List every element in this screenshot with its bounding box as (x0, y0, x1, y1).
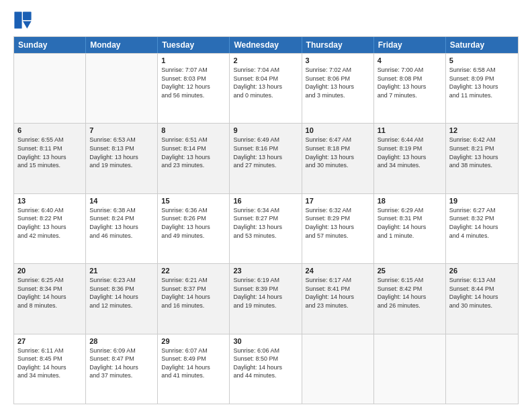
day-number: 21 (89, 267, 154, 275)
info-line: Sunset: 8:19 PM (378, 144, 442, 153)
info-line: Daylight: 13 hours (449, 83, 515, 91)
info-line: Sunset: 8:47 PM (89, 355, 154, 363)
info-line: Sunset: 8:18 PM (306, 144, 370, 153)
info-line: and 4 minutes. (449, 232, 515, 240)
info-line: Sunset: 8:36 PM (89, 285, 154, 293)
day-number: 4 (378, 56, 442, 64)
info-line: Sunset: 8:50 PM (233, 355, 298, 363)
info-line: and 19 minutes. (89, 161, 154, 170)
info-line: and 1 minute. (378, 232, 442, 240)
info-line: Daylight: 13 hours (17, 223, 82, 232)
info-line: and 19 minutes. (233, 302, 298, 310)
info-line: Sunrise: 6:25 AM (17, 276, 82, 285)
info-line: and 34 minutes. (378, 161, 442, 170)
day-number: 6 (17, 126, 82, 134)
logo-icon (13, 11, 32, 30)
cal-cell-4-0: 27Sunrise: 6:11 AMSunset: 8:45 PMDayligh… (14, 334, 86, 404)
header (13, 11, 519, 30)
info-line: Daylight: 14 hours (89, 293, 154, 302)
info-line: Daylight: 13 hours (306, 83, 370, 91)
info-line: Daylight: 14 hours (449, 223, 515, 232)
cal-header-thursday: Thursday (302, 37, 374, 53)
info-line: Daylight: 14 hours (233, 363, 298, 372)
day-number: 13 (17, 197, 82, 205)
cal-header-friday: Friday (374, 37, 446, 53)
cal-cell-3-6: 26Sunrise: 6:13 AMSunset: 8:44 PMDayligh… (446, 264, 518, 333)
info-line: Daylight: 13 hours (89, 153, 154, 162)
day-number: 14 (89, 197, 154, 205)
info-line: and 12 minutes. (89, 302, 154, 310)
info-line: and 3 minutes. (306, 91, 370, 100)
info-line: Sunrise: 6:32 AM (306, 206, 370, 215)
info-line: and 44 minutes. (233, 371, 298, 380)
info-line: Sunset: 8:09 PM (449, 75, 515, 83)
cal-cell-1-5: 11Sunrise: 6:44 AMSunset: 8:19 PMDayligh… (374, 124, 446, 193)
info-line: Daylight: 14 hours (17, 293, 82, 302)
info-line: and 38 minutes. (449, 161, 515, 170)
info-line: Sunset: 8:14 PM (161, 144, 226, 153)
info-line: Daylight: 13 hours (378, 83, 442, 91)
cal-header-tuesday: Tuesday (158, 37, 230, 53)
info-line: Sunset: 8:22 PM (17, 214, 82, 223)
info-line: Sunset: 8:42 PM (378, 285, 442, 293)
svg-rect-1 (23, 11, 32, 20)
svg-rect-0 (14, 11, 21, 28)
info-line: Sunset: 8:04 PM (233, 75, 298, 83)
day-number: 8 (161, 126, 226, 134)
info-line: Daylight: 13 hours (161, 153, 226, 162)
info-line: Sunrise: 6:17 AM (306, 276, 370, 285)
info-line: and 41 minutes. (161, 371, 226, 380)
info-line: and 42 minutes. (17, 232, 82, 240)
cal-cell-4-3: 30Sunrise: 6:06 AMSunset: 8:50 PMDayligh… (230, 334, 302, 404)
svg-marker-2 (23, 21, 32, 28)
info-line: Daylight: 14 hours (161, 363, 226, 372)
info-line: and 7 minutes. (378, 91, 442, 100)
info-line: Sunrise: 6:19 AM (233, 276, 298, 285)
info-line: Sunrise: 7:00 AM (378, 66, 442, 75)
cal-cell-1-0: 6Sunrise: 6:55 AMSunset: 8:11 PMDaylight… (14, 124, 86, 193)
info-line: Sunrise: 6:58 AM (449, 66, 515, 75)
cal-week-3: 20Sunrise: 6:25 AMSunset: 8:34 PMDayligh… (14, 263, 518, 333)
cal-cell-0-4: 3Sunrise: 7:02 AMSunset: 8:06 PMDaylight… (302, 54, 374, 123)
cal-cell-2-3: 16Sunrise: 6:34 AMSunset: 8:27 PMDayligh… (230, 194, 302, 263)
info-line: Sunset: 8:16 PM (233, 144, 298, 153)
day-number: 12 (449, 126, 515, 134)
cal-week-2: 13Sunrise: 6:40 AMSunset: 8:22 PMDayligh… (14, 193, 518, 263)
info-line: Sunrise: 6:11 AM (17, 347, 82, 355)
info-line: Daylight: 13 hours (233, 223, 298, 232)
day-number: 11 (378, 126, 442, 134)
cal-cell-3-5: 25Sunrise: 6:15 AMSunset: 8:42 PMDayligh… (374, 264, 446, 333)
info-line: Sunrise: 6:53 AM (89, 136, 154, 144)
info-line: Sunset: 8:13 PM (89, 144, 154, 153)
cal-cell-2-5: 18Sunrise: 6:29 AMSunset: 8:31 PMDayligh… (374, 194, 446, 263)
info-line: and 11 minutes. (449, 91, 515, 100)
info-line: Sunrise: 6:06 AM (233, 347, 298, 355)
info-line: Sunset: 8:34 PM (17, 285, 82, 293)
cal-week-0: 1Sunrise: 7:07 AMSunset: 8:03 PMDaylight… (14, 53, 518, 123)
info-line: Daylight: 13 hours (306, 153, 370, 162)
info-line: Sunrise: 6:27 AM (449, 206, 515, 215)
info-line: Sunrise: 6:40 AM (17, 206, 82, 215)
calendar-header-row: SundayMondayTuesdayWednesdayThursdayFrid… (14, 37, 518, 53)
day-number: 24 (306, 267, 370, 275)
day-number: 25 (378, 267, 442, 275)
info-line: Daylight: 14 hours (233, 293, 298, 302)
cal-cell-2-6: 19Sunrise: 6:27 AMSunset: 8:32 PMDayligh… (446, 194, 518, 263)
info-line: and 49 minutes. (161, 232, 226, 240)
day-number: 1 (161, 56, 226, 64)
day-number: 29 (161, 337, 226, 345)
info-line: Daylight: 13 hours (306, 223, 370, 232)
cal-cell-2-2: 15Sunrise: 6:36 AMSunset: 8:26 PMDayligh… (158, 194, 230, 263)
info-line: and 15 minutes. (17, 161, 82, 170)
cal-cell-1-3: 9Sunrise: 6:49 AMSunset: 8:16 PMDaylight… (230, 124, 302, 193)
info-line: Sunset: 8:03 PM (161, 75, 226, 83)
info-line: and 27 minutes. (233, 161, 298, 170)
info-line: Sunset: 8:11 PM (17, 144, 82, 153)
info-line: Daylight: 14 hours (306, 293, 370, 302)
info-line: and 56 minutes. (161, 91, 226, 100)
info-line: and 26 minutes. (378, 302, 442, 310)
info-line: Sunset: 8:32 PM (449, 214, 515, 223)
info-line: Sunset: 8:26 PM (161, 214, 226, 223)
day-number: 30 (233, 337, 298, 345)
info-line: Sunrise: 7:04 AM (233, 66, 298, 75)
